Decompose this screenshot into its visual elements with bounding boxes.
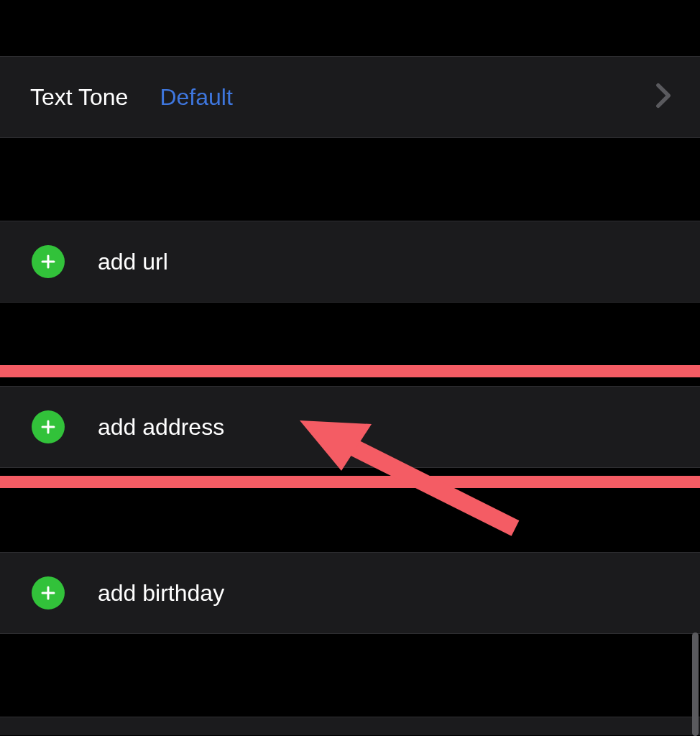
chevron-right-icon [655,83,671,111]
text-tone-label: Text Tone [30,84,128,111]
add-birthday-row[interactable]: add birthday [0,552,700,634]
row-partial [0,717,700,735]
add-birthday-label: add birthday [98,580,224,607]
text-tone-row[interactable]: Text Tone Default [0,56,700,138]
scrollbar[interactable] [692,632,699,736]
add-address-row[interactable]: add address [0,386,700,468]
plus-icon [32,410,65,443]
add-address-label: add address [98,414,224,441]
annotation-highlight-top [0,365,700,377]
annotation-highlight-bottom [0,476,700,488]
text-tone-value: Default [160,84,655,111]
plus-icon [32,245,65,278]
add-url-label: add url [98,249,168,275]
add-url-row[interactable]: add url [0,221,700,303]
spacer [0,138,700,221]
spacer [0,0,700,56]
plus-icon [32,576,65,610]
spacer [0,634,700,717]
